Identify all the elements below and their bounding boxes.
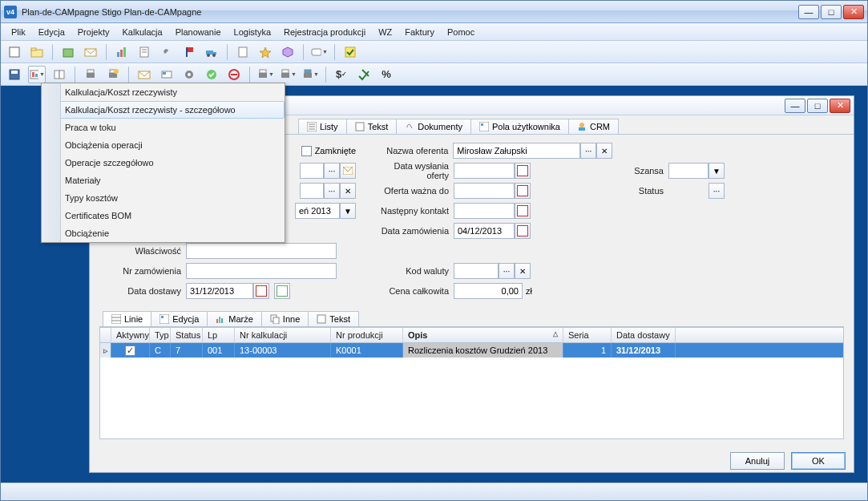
szansa-dropdown-button[interactable]: ▼ (709, 163, 725, 179)
menu-item-operacje-szczegolowo[interactable]: Operacje szczegółowo (42, 154, 285, 172)
tb-ok-icon[interactable] (203, 66, 220, 83)
tb-star-icon[interactable] (256, 43, 274, 61)
field-small-2[interactable] (300, 183, 324, 199)
menu-rejestracja[interactable]: Rejestracja produkcji (278, 26, 371, 38)
tab-crm[interactable]: CRM (568, 119, 619, 134)
col-seria[interactable]: Seria (563, 328, 612, 342)
inner-minimize-button[interactable]: — (785, 99, 805, 113)
tb-book-icon[interactable] (50, 66, 68, 83)
tb-save-icon[interactable] (6, 66, 23, 83)
col-status[interactable]: Status (171, 328, 203, 342)
col-nr-kalkulacji[interactable]: Nr kalkulacji (235, 328, 331, 342)
calendar-button[interactable] (515, 223, 531, 239)
calendar-button[interactable] (515, 203, 531, 219)
tab-pola-uzytkownika[interactable]: Pola użytkownika (470, 119, 569, 134)
menu-item-certificates-bom[interactable]: Certificates BOM (42, 207, 285, 224)
data-zamowienia-field[interactable] (454, 223, 515, 239)
lookup-waluta-button[interactable]: ··· (499, 263, 515, 279)
tb-doc-icon[interactable] (135, 43, 153, 61)
minimize-button[interactable]: — (798, 5, 819, 19)
menu-pomoc[interactable]: Pomoc (442, 26, 480, 38)
menu-item-kalkulacja-koszt-szczegolowo[interactable]: Kalkulacja/Koszt rzeczywisty - szczegóło… (42, 101, 285, 119)
inner-close-button[interactable]: ✕ (830, 99, 850, 113)
menu-item-kalkulacja-koszt[interactable]: Kalkulacja/Koszt rzeczywisty (42, 83, 285, 101)
oferta-wazna-field[interactable] (454, 183, 515, 199)
tb-box-icon[interactable] (59, 43, 77, 61)
szansa-field[interactable] (668, 163, 709, 179)
clear-oferent-button[interactable]: ✕ (596, 143, 612, 159)
cancel-button[interactable]: Anuluj (730, 452, 785, 470)
nazwa-oferenta-field[interactable] (453, 143, 580, 159)
tab-listy[interactable]: Listy (298, 119, 347, 134)
tb-wrench-icon[interactable] (158, 43, 176, 61)
tb-page-icon[interactable] (234, 43, 252, 61)
tb-gear-icon[interactable] (180, 66, 198, 83)
tb-print-icon[interactable] (82, 66, 99, 83)
menu-item-typy-kosztow[interactable]: Typy kosztów (42, 189, 285, 207)
menu-item-materialy[interactable]: Materiały (42, 172, 285, 189)
data-dostawy-field[interactable] (186, 283, 253, 299)
nastepny-kontakt-field[interactable] (454, 203, 515, 219)
col-typ[interactable]: Typ (150, 328, 171, 342)
menu-plik[interactable]: Plik (6, 26, 31, 38)
cena-calkowita-field[interactable] (454, 283, 523, 299)
grid-tab-linie[interactable]: Linie (103, 311, 151, 326)
col-nr-produkcji[interactable]: Nr produkcji (331, 328, 403, 342)
ok-button[interactable]: OK (791, 452, 846, 470)
tb-print2-icon[interactable] (104, 66, 122, 83)
calendar-button[interactable] (515, 183, 531, 199)
menu-wz[interactable]: WZ (373, 26, 398, 38)
close-button[interactable]: ✕ (843, 5, 864, 19)
calendar-button[interactable] (253, 283, 269, 299)
maximize-button[interactable]: □ (821, 5, 842, 19)
menu-logistyka[interactable]: Logistyka (228, 26, 277, 38)
calendar-button[interactable] (515, 163, 531, 179)
menu-faktury[interactable]: Faktury (399, 26, 440, 38)
lookup-button[interactable]: ··· (324, 163, 340, 179)
grid-tab-edycja[interactable]: Edycja (151, 311, 208, 326)
menu-item-praca-w-toku[interactable]: Praca w toku (42, 119, 285, 136)
tb-approve-icon[interactable] (355, 66, 373, 83)
menu-item-obciazenia-operacji[interactable]: Obciążenia operacji (42, 136, 285, 154)
zamkniete-checkbox[interactable] (301, 146, 312, 156)
col-data-dostawy[interactable]: Data dostawy (612, 328, 676, 342)
tab-tekst[interactable]: Tekst (346, 119, 398, 134)
tb-percent-icon[interactable]: % (377, 66, 395, 83)
tb-mail-icon[interactable] (82, 43, 99, 61)
tb-printer-dd2[interactable]: ▼ (279, 66, 297, 83)
tb-truck-icon[interactable] (203, 43, 220, 61)
tb-flag-icon[interactable] (180, 43, 198, 61)
menu-item-obciazenie[interactable]: Obciążenie (42, 224, 285, 242)
col-lp[interactable]: Lp (203, 328, 235, 342)
grid-tab-tekst[interactable]: Tekst (308, 311, 359, 326)
tb-chart-icon[interactable] (113, 43, 131, 61)
col-aktywny[interactable]: Aktywny (111, 328, 150, 342)
aktywny-checkbox[interactable]: ✓ (125, 345, 135, 356)
dropdown-button[interactable]: ▼ (340, 203, 356, 219)
tb-card-icon[interactable] (158, 66, 176, 83)
mail-button[interactable] (340, 163, 356, 179)
tb-currency-icon[interactable]: $✓ (333, 66, 350, 83)
menu-planowanie[interactable]: Planowanie (170, 26, 227, 38)
tb-stop-icon[interactable] (225, 66, 243, 83)
tb-check-icon[interactable] (341, 43, 359, 61)
clear-waluta-button[interactable]: ✕ (515, 263, 531, 279)
table-row[interactable]: ▹ ✓ C 7 001 13-00003 K0001 Rozliczenia k… (100, 343, 843, 358)
cell-aktywny[interactable]: ✓ (111, 343, 150, 358)
month-year-field[interactable] (295, 203, 340, 219)
tb-folder-icon[interactable] (28, 43, 46, 61)
tab-dokumenty[interactable]: Dokumenty (396, 119, 471, 134)
tb-msg-icon[interactable]: ▼ (310, 43, 328, 61)
kod-waluty-field[interactable] (454, 263, 499, 279)
grid[interactable]: Aktywny Typ Status Lp Nr kalkulacji Nr p… (99, 327, 844, 439)
status-lookup-button[interactable]: ··· (709, 183, 725, 199)
grid-tab-inne[interactable]: Inne (261, 311, 309, 326)
menu-kalkulacja[interactable]: Kalkulacja (117, 26, 168, 38)
lookup-oferent-button[interactable]: ··· (580, 143, 596, 159)
cell-opis[interactable]: Rozliczenia kosztów Grudzień 2013 (403, 343, 563, 358)
field-small-1[interactable] (300, 163, 324, 179)
wlasciwisc-field[interactable] (186, 243, 337, 259)
calendar-extra-button[interactable] (274, 283, 290, 299)
tb-printer-dd1[interactable]: ▼ (256, 66, 274, 83)
tb-report-dropdown[interactable]: ▼ (28, 66, 46, 83)
